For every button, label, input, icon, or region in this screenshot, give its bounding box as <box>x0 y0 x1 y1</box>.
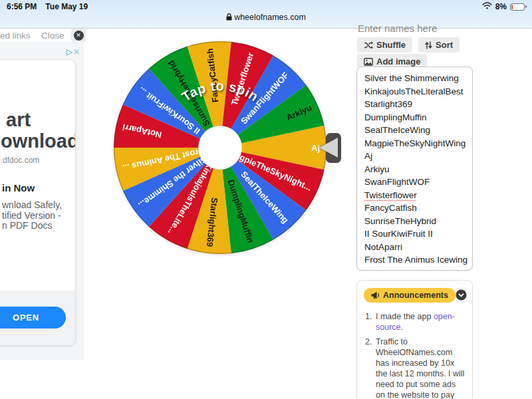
clock-time: 6:56 PM <box>7 2 37 11</box>
ad-container: ▷✕ art ownload dfdoc.com in Now wnload S… <box>0 42 84 360</box>
adchoices-icon[interactable]: ▷✕ <box>66 47 80 57</box>
shuffle-button[interactable]: Shuffle <box>357 37 412 53</box>
battery-nub <box>525 5 527 8</box>
ad-footer: OPEN <box>0 291 75 345</box>
screen: 6:56 PM Tue May 19 8% wheelofnames.com <box>0 0 532 399</box>
announcement-item: Traffic to WheelOfNames.com has increase… <box>374 336 467 399</box>
ad-domain: dfdoc.com <box>3 156 39 165</box>
address-bar[interactable]: wheelofnames.com <box>0 13 532 22</box>
name-entry: NotAparri <box>364 241 469 254</box>
megaphone-icon <box>371 291 380 299</box>
name-entry: SwanFlightWOF <box>364 176 469 189</box>
chevron-down-icon <box>456 289 467 301</box>
sort-button[interactable]: Sort <box>418 37 460 53</box>
ad-subhead: in Now <box>2 182 35 194</box>
sort-icon <box>425 41 432 49</box>
clock-date: Tue May 19 <box>45 2 88 11</box>
announcements-panel: Announcements I made the app open-source… <box>356 280 473 399</box>
name-entry: II SourKiwiFruit II <box>364 227 469 241</box>
names-toolbar: Shuffle Sort <box>357 37 460 53</box>
names-textarea[interactable]: Silver the ShimmerwingKinkajoulsTheLiter… <box>356 66 473 271</box>
ad-body: wnload Safely,tified Version -n PDF Docs <box>2 200 62 231</box>
announcements-collapse-button[interactable] <box>456 287 467 303</box>
open-source-link[interactable]: open-source <box>376 312 455 332</box>
name-entry: Silver the Shimmerwing <box>364 72 469 85</box>
ad-close-button[interactable]: Close <box>41 31 65 41</box>
ad-card[interactable]: art ownload dfdoc.com in Now wnload Safe… <box>0 59 76 346</box>
name-entry: SunriseTheHybrid <box>364 215 469 228</box>
wheel-pointer-icon <box>319 138 338 158</box>
wheel[interactable]: AjMagpieTheSkyNight...SealTheIceWingDump… <box>114 41 327 254</box>
ad-open-button[interactable]: OPEN <box>0 307 66 329</box>
lock-icon <box>226 13 232 21</box>
announcement-item: I made the app open-source. <box>374 311 467 332</box>
battery-percent: 8% <box>495 2 507 11</box>
name-entry: Arkiyu <box>364 163 469 176</box>
name-entry: SealTheIceWing <box>364 124 469 137</box>
name-entry: Twisterflower <box>364 189 469 202</box>
name-entry: Aj <box>364 150 469 163</box>
ad-headline: art ownload <box>1 109 76 152</box>
name-entry: KinkajoulsTheLiteralBest <box>364 85 469 98</box>
status-bar: 6:56 PM Tue May 19 8% wheelofnames.com <box>0 0 532 29</box>
wheel-hub <box>198 126 242 170</box>
ad-dismiss-button[interactable]: ✕ <box>71 29 86 43</box>
announcements-badge: Announcements <box>364 288 456 303</box>
name-entry: Frost The Animus Icewing <box>364 253 469 267</box>
name-entry: FancyCatfish <box>364 201 469 215</box>
names-panel-title: Enter names here <box>358 23 437 34</box>
image-icon <box>364 58 373 66</box>
shuffle-icon <box>364 41 373 49</box>
battery-icon <box>510 3 525 11</box>
close-icon: ✕ <box>74 31 84 41</box>
ad-links-label[interactable]: ed links <box>0 31 31 41</box>
name-entry: MagpieTheSkyNightWing <box>364 137 469 150</box>
announcements-list: I made the app open-source.Traffic to Wh… <box>374 311 467 399</box>
name-entry: DumplingMuffin <box>364 111 469 124</box>
name-entry: Starlight369 <box>364 98 469 111</box>
wifi-icon <box>482 2 492 11</box>
url-text: wheelofnames.com <box>234 13 306 22</box>
